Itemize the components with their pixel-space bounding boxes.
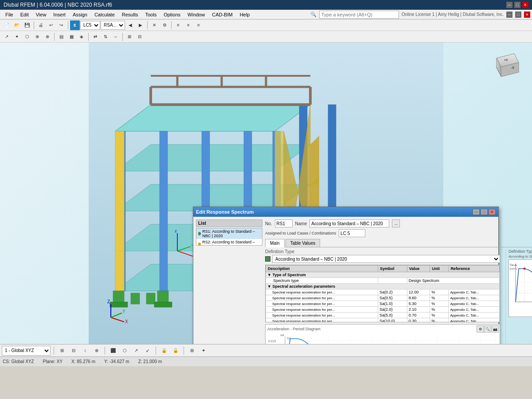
maximize-button[interactable]: □ — [514, 2, 520, 8]
coordinate-system-dropdown[interactable]: 1 - Global XYZ — [2, 346, 51, 356]
def-type-select[interactable]: According to Standard – NBC | 2020 — [272, 255, 500, 263]
tb2-6[interactable]: ▤ — [56, 32, 66, 42]
bt-3[interactable]: ↕ — [80, 346, 90, 356]
menu-insert[interactable]: Insert — [50, 11, 69, 18]
bt-5[interactable]: ⬛ — [108, 346, 118, 356]
rsa-dropdown[interactable]: RSA... — [101, 21, 125, 30]
menu-assign[interactable]: Assign — [69, 11, 91, 18]
print-btn[interactable]: 🖨 — [36, 20, 46, 30]
bt-8[interactable]: ↙ — [143, 346, 153, 356]
tb2-10[interactable]: ⇅ — [101, 32, 110, 42]
minimize-button[interactable]: ─ — [506, 2, 512, 8]
menu-tools[interactable]: Tools — [141, 11, 160, 18]
tab-main[interactable]: Main — [265, 239, 285, 247]
tb2-1[interactable]: ↗ — [2, 32, 12, 42]
dialog-window-controls: ─ □ ✕ — [473, 209, 496, 215]
float-restore[interactable]: □ — [515, 12, 521, 18]
chart-title: Acceleration - Period Diagram — [266, 326, 322, 332]
name-label: Name — [295, 221, 307, 226]
chart-settings-btn[interactable]: ⚙ — [477, 325, 484, 332]
name-input[interactable] — [309, 219, 389, 227]
tb2-12[interactable]: ⊞ — [125, 32, 134, 42]
tb-e-btn[interactable]: E — [70, 20, 80, 30]
bt-unlock[interactable]: 🔓 — [171, 346, 180, 356]
name-edit-btn[interactable]: ... — [392, 219, 400, 227]
view-cube[interactable]: +Y -X — [490, 49, 525, 85]
svg-text:[m/s²]: [m/s²] — [510, 267, 516, 270]
tb-settings[interactable]: ⚙ — [160, 20, 169, 30]
undo-btn[interactable]: ↩ — [46, 20, 56, 30]
spectrum-type-symbol — [378, 278, 407, 284]
menu-edit[interactable]: Edit — [17, 11, 32, 18]
chart-zoom-btn[interactable]: 🔍 — [484, 325, 491, 332]
svg-rect-39 — [110, 302, 128, 307]
tb2-2[interactable]: ✦ — [12, 32, 22, 42]
bt-7[interactable]: ↗ — [131, 346, 141, 356]
tb-x-btn[interactable]: ✕ — [149, 20, 159, 30]
toolbar-1: 📄 📂 💾 🖨 ↩ ↪ E LC5 RSA... ◀ ▶ ✕ ⚙ ≡ ≡ ≡ — [0, 20, 532, 31]
menu-file[interactable]: File — [2, 11, 17, 18]
new-btn[interactable]: 📄 — [2, 20, 12, 30]
menu-options[interactable]: Options — [160, 11, 184, 18]
dialog-close-btn[interactable]: ✕ — [489, 209, 496, 215]
bt-lock[interactable]: 🔒 — [159, 346, 169, 356]
list-item-rs1[interactable]: RS1: According to Standard – NBC | 2020 — [196, 228, 262, 239]
tb2-4[interactable]: ⊕ — [32, 32, 42, 42]
dialog-tabs: Main Table Values — [265, 239, 532, 247]
float-close[interactable]: ✕ — [524, 12, 530, 18]
search-input[interactable] — [319, 11, 399, 19]
bottom-toolbar: 1 - Global XYZ ⊞ ⊟ ↕ ⊕ ⬛ ⬡ ↗ ↙ 🔒 🔓 ⊞ ✦ — [0, 344, 532, 356]
tb-more3[interactable]: ≡ — [194, 20, 203, 30]
preview-svg: Sa [m/s²] T [s] — [509, 260, 532, 313]
nav-prev[interactable]: ◀ — [125, 20, 135, 30]
tb2-3[interactable]: ⬡ — [22, 32, 32, 42]
z-coord-status: Z: 21.000 m — [138, 359, 162, 364]
menu-view[interactable]: View — [32, 11, 50, 18]
menu-window[interactable]: Window — [184, 11, 208, 18]
tb2-9[interactable]: ⇄ — [90, 32, 100, 42]
redo-btn[interactable]: ↪ — [56, 20, 66, 30]
tb2-8[interactable]: ◈ — [77, 32, 86, 42]
tab-table-values[interactable]: Table Values — [286, 239, 321, 247]
lc-dropdown[interactable]: LC5 — [80, 21, 100, 30]
open-btn[interactable]: 📂 — [12, 20, 22, 30]
list-item-rs2[interactable]: RS2: According to Standard – NBC | 2020 — [196, 239, 262, 246]
tb-more1[interactable]: ≡ — [173, 20, 183, 30]
no-input[interactable] — [275, 219, 293, 227]
bt-grid[interactable]: ⊞ — [187, 346, 197, 356]
bt-snap[interactable]: ✦ — [199, 346, 208, 356]
canvas-area[interactable]: Z X Y Z X Y — [0, 43, 532, 344]
bt-1[interactable]: ⊞ — [57, 346, 67, 356]
sa100-unit: % — [430, 318, 449, 323]
spectrum-table-container[interactable]: Description Symbol Value Unit Reference — [265, 265, 500, 322]
svg-text:Y: Y — [122, 309, 125, 314]
chart-export-btn[interactable]: 📷 — [492, 325, 499, 332]
float-minimize[interactable]: ─ — [506, 12, 512, 18]
tb2-13[interactable]: ⊟ — [135, 32, 145, 42]
chart-toolbar: ⚙ 🔍 📷 — [476, 325, 500, 333]
bt-6[interactable]: ⬡ — [120, 346, 129, 356]
tb-more2[interactable]: ≡ — [184, 20, 193, 30]
close-button[interactable]: ✕ — [522, 2, 528, 8]
app-title: Dlubal RFEM | 6.04.0006 | NBC 2020 RSA.r… — [4, 2, 112, 8]
tb2-5[interactable]: ⊗ — [43, 32, 52, 42]
menu-help[interactable]: Help — [236, 11, 254, 18]
menu-calculate[interactable]: Calculate — [91, 11, 118, 18]
assigned-input[interactable] — [339, 229, 365, 237]
tb2-7[interactable]: ▦ — [66, 32, 76, 42]
save-btn[interactable]: 💾 — [22, 20, 32, 30]
dialog-maximize-btn[interactable]: □ — [481, 209, 488, 215]
response-spectrum-list[interactable]: RS1: According to Standard – NBC | 2020 … — [196, 228, 262, 246]
menu-cadbim[interactable]: CAD-BIM — [208, 11, 236, 18]
sa50-ref: Appendix C, Tab... — [449, 313, 500, 318]
row-sa100: Spectral response acceleration for per..… — [266, 318, 500, 323]
dialog-minimize-btn[interactable]: ─ — [473, 209, 480, 215]
menu-results[interactable]: Results — [118, 11, 142, 18]
bt-4[interactable]: ⊕ — [92, 346, 102, 356]
tb2-11[interactable]: ↔ — [111, 32, 121, 42]
sa02-unit: % — [430, 289, 449, 295]
svg-rect-33 — [146, 293, 155, 304]
nav-next[interactable]: ▶ — [136, 20, 145, 30]
spectrum-type-desc: Spectrum type — [266, 278, 378, 284]
bt-2[interactable]: ⊟ — [69, 346, 78, 356]
